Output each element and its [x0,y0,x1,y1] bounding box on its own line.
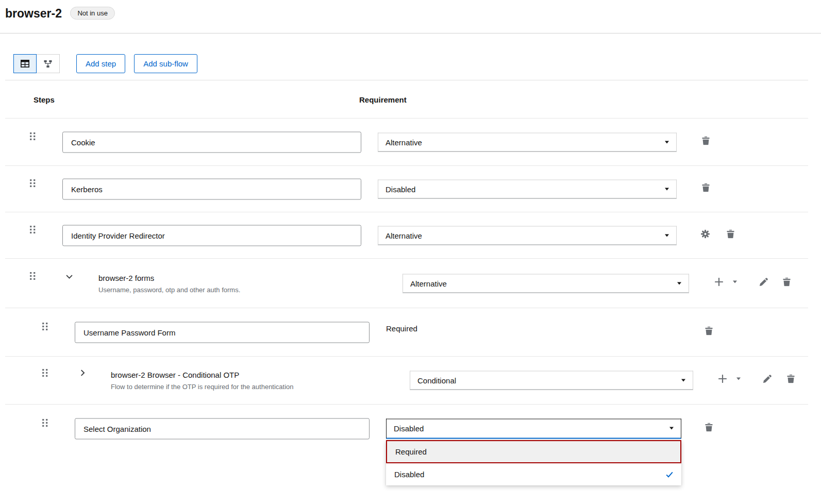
trash-icon [727,232,734,240]
settings-button[interactable] [701,229,710,238]
drag-handle[interactable] [42,419,48,428]
menu-option-label: Required [395,447,427,456]
requirement-select[interactable]: Alternative [403,274,689,293]
step-name: Cookie [71,138,95,146]
pencil-icon [760,280,768,288]
menu-option-required[interactable]: Required [386,440,681,463]
table-header-row: Steps Requirement [5,80,808,118]
step-name: Kerberos [71,184,103,193]
delete-button[interactable] [702,183,710,192]
step-name-box[interactable]: Kerberos [62,178,361,199]
delete-button[interactable] [787,375,795,383]
toolbar: Add step Add sub-flow [0,33,821,80]
table-row-conditional-otp: browser-2 Browser - Conditional OTP Flow… [5,356,808,404]
step-name-box[interactable]: Cookie [62,131,361,153]
menu-option-disabled[interactable]: Disabled [386,463,681,485]
delete-button[interactable] [705,326,713,335]
requirement-dropdown-menu: Required Disabled [386,440,681,485]
view-toggle-group [13,54,60,73]
caret-down-icon [733,280,737,283]
sub-flow-description: Username, password, otp and other auth f… [98,285,240,293]
requirement-value: Alternative [410,279,447,288]
requirement-value: Conditional [417,376,456,385]
add-options-caret-button[interactable] [733,280,737,283]
gear-icon [701,232,710,240]
table-row-select-organization: Select Organization Disabled Required Di… [5,404,808,452]
add-step-to-flow-button[interactable] [715,278,723,286]
drag-handle[interactable] [30,226,36,235]
requirement-value: Alternative [386,231,422,240]
requirement-value: Disabled [394,424,424,433]
collapse-toggle[interactable] [66,273,73,280]
table-row-cookie: Cookie Alternative [5,118,808,165]
diagram-view-toggle[interactable] [37,54,60,73]
step-name: Select Organization [83,424,151,433]
table-view-icon [21,60,29,68]
delete-button[interactable] [705,423,713,431]
requirement-value: Alternative [386,138,422,146]
menu-option-label: Disabled [394,470,424,479]
trash-icon [702,186,710,193]
chevron-right-icon [80,370,85,378]
table-row-identity-provider-redirector: Identity Provider Redirector Alternative [5,212,808,258]
flow-usage-badge: Not in use [70,7,115,20]
step-name-box[interactable]: Username Password Form [75,322,370,343]
caret-down-icon [665,141,669,143]
pencil-icon [763,377,772,384]
table-row-username-password-form: Username Password Form Required [5,308,808,356]
drag-handle[interactable] [42,323,48,332]
page-header: browser-2 Not in use [0,0,821,33]
caret-down-icon [736,378,741,380]
plus-icon [718,377,727,384]
drag-handle[interactable] [42,369,48,378]
sub-flow-name: browser-2 Browser - Conditional OTP [111,371,294,379]
caret-down-icon [665,188,669,190]
table-view-toggle[interactable] [13,54,37,73]
edit-button[interactable] [760,278,768,286]
step-name: Username Password Form [83,328,175,337]
column-header-steps: Steps [33,95,55,104]
add-options-caret-button[interactable] [736,378,741,380]
requirement-static-value: Required [386,324,417,332]
sub-flow-title-block: browser-2 Browser - Conditional OTP Flow… [111,371,294,391]
steps-table: Steps Requirement Cookie Alternative Ker… [5,80,808,452]
sub-flow-title-block: browser-2 forms Username, password, otp … [98,273,240,293]
sub-flow-name: browser-2 forms [98,273,240,282]
drag-handle[interactable] [30,179,36,189]
add-step-button[interactable]: Add step [76,54,125,73]
requirement-select[interactable]: Conditional [410,371,693,390]
step-name: Identity Provider Redirector [71,231,165,240]
requirement-select[interactable]: Alternative [378,132,677,152]
delete-button[interactable] [727,229,734,238]
expand-toggle[interactable] [80,369,85,378]
sub-flow-description: Flow to determine if the OTP is required… [111,383,294,391]
step-name-box[interactable]: Select Organization [75,418,370,439]
check-icon [666,472,673,478]
add-sub-flow-button[interactable]: Add sub-flow [134,54,197,73]
trash-icon [787,377,795,385]
drag-handle[interactable] [30,272,36,281]
add-step-to-flow-button[interactable] [718,375,727,383]
requirement-select[interactable]: Disabled [378,179,677,198]
caret-down-icon [665,234,669,237]
requirement-select[interactable]: Alternative [378,226,677,245]
requirement-select-open[interactable]: Disabled [386,418,681,439]
caret-down-icon [677,282,681,284]
drag-handle[interactable] [30,132,36,142]
authentication-flow-page: browser-2 Not in use Add step Add sub-fl… [0,0,821,504]
chevron-down-icon [66,273,73,280]
caret-down-icon [681,379,685,382]
diagram-view-icon [44,60,52,68]
requirement-value: Disabled [386,184,415,193]
delete-button[interactable] [702,136,710,145]
column-header-requirement: Requirement [359,95,407,104]
edit-button[interactable] [763,375,772,383]
caret-down-icon [669,427,674,430]
trash-icon [783,280,791,288]
delete-button[interactable] [783,277,791,286]
trash-icon [705,425,713,433]
trash-icon [702,139,710,146]
table-row-kerberos: Kerberos Disabled [5,165,808,212]
plus-icon [715,280,723,288]
step-name-box[interactable]: Identity Provider Redirector [62,225,361,246]
